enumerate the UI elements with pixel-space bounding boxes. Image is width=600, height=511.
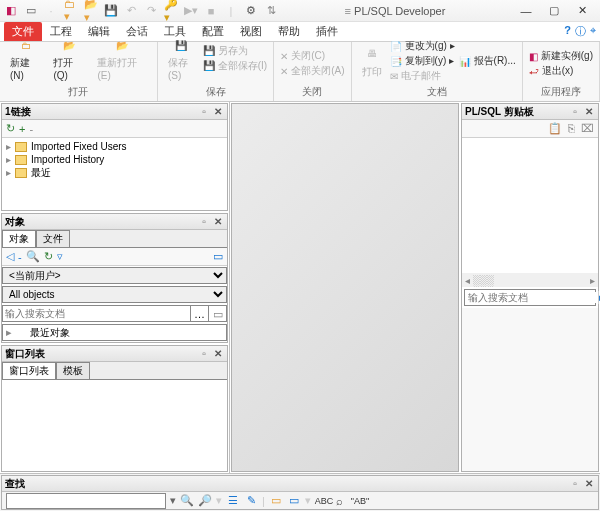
disk-icon: 💾 <box>171 35 191 55</box>
group-label-app: 应用程序 <box>523 85 599 101</box>
new-button[interactable]: 🗀新建(N) <box>6 33 45 83</box>
find-combo[interactable] <box>6 493 166 509</box>
copy-icon[interactable]: 📋 <box>548 122 562 135</box>
case-icon[interactable]: ▭ <box>269 494 283 507</box>
reopen-button[interactable]: 📂重新打开(E) <box>93 33 150 83</box>
dropdown-icon[interactable]: ⇅ <box>264 4 278 18</box>
objects-tabs: 对象 文件 <box>2 230 227 248</box>
copyto-button[interactable]: 📑复制到(y) ▸ <box>390 54 455 68</box>
clip-search-input[interactable] <box>465 292 598 303</box>
sep2: | <box>224 4 238 18</box>
panel-dock-icon[interactable]: ▫ <box>198 106 210 117</box>
find-icon[interactable]: ⌖ <box>590 24 596 39</box>
tab-files[interactable]: 文件 <box>36 230 70 247</box>
find-all-icon[interactable]: ☰ <box>226 494 240 507</box>
exit-button[interactable]: ⮐退出(x) <box>529 64 593 78</box>
close-doc-button[interactable]: ✕关闭(C) <box>280 49 344 63</box>
recent-objects-label: 最近对象 <box>30 326 70 340</box>
find-panel: 查找 ▫ ✕ ▾ 🔍 🔍 ▾ ☰ ✎ | ▭ ▭ ▾ ABC ⌕ "AB" <box>1 475 599 510</box>
group-label-close: 关闭 <box>274 85 350 101</box>
panel-dock-icon[interactable]: ▫ <box>198 348 210 359</box>
help-icon[interactable]: ? <box>564 24 571 39</box>
replace-icon[interactable]: ✎ <box>244 494 258 507</box>
obj-search-input[interactable] <box>2 305 191 322</box>
group-label-save: 保存 <box>158 85 273 101</box>
tab-template[interactable]: 模板 <box>56 362 90 379</box>
mdi-workspace <box>231 103 459 472</box>
tab-objects[interactable]: 对象 <box>2 230 36 247</box>
paste-icon[interactable]: ⎘ <box>568 122 575 135</box>
panel-close-icon[interactable]: ✕ <box>212 216 224 227</box>
tree-item[interactable]: ▸最近 <box>4 166 225 179</box>
panel-dock-icon[interactable]: ▫ <box>569 478 581 489</box>
expand-icon[interactable]: ◁ <box>6 250 14 263</box>
tree-item[interactable]: ▸Imported Fixed Users <box>4 140 225 153</box>
save-icon[interactable]: 💾 <box>104 4 118 18</box>
mail-icon: ✉ <box>390 71 398 82</box>
tab-windowlist[interactable]: 窗口列表 <box>2 362 56 379</box>
panel-close-icon[interactable]: ✕ <box>212 106 224 117</box>
panel-dock-icon[interactable]: ▫ <box>569 106 581 117</box>
allobjects-select[interactable]: All objects <box>2 286 227 303</box>
changeto-button[interactable]: 📄更改为(g) ▸ <box>390 39 455 53</box>
user-select[interactable]: <当前用户> <box>2 267 227 284</box>
ribbon-group-close: ✕关闭(C) ✕全部关闭(A) 关闭 <box>274 42 351 101</box>
save-button[interactable]: 💾保存(S) <box>164 33 199 83</box>
saveall-button[interactable]: 💾全部保存(I) <box>203 59 267 73</box>
find-toolbar: ▾ 🔍 🔍 ▾ ☰ ✎ | ▭ ▭ ▾ ABC ⌕ "AB" <box>2 492 598 509</box>
info-icon[interactable]: ⓘ <box>575 24 586 39</box>
refresh-icon[interactable]: ↻ <box>44 250 53 263</box>
panel-close-icon[interactable]: ✕ <box>583 106 595 117</box>
dropdown-icon[interactable]: ▭ <box>213 250 223 263</box>
menu-help[interactable]: 帮助 <box>270 22 308 41</box>
minimize-button[interactable]: — <box>512 1 540 21</box>
open-button[interactable]: 📂打开(Q) <box>49 33 89 83</box>
new-window-icon[interactable]: ▭ <box>24 4 38 18</box>
folder-open-icon[interactable]: 📂▾ <box>84 4 98 18</box>
folder-icon: 🗀 <box>16 35 36 55</box>
word-icon[interactable]: ▭ <box>287 494 301 507</box>
bottom-area: 查找 ▫ ✕ ▾ 🔍 🔍 ▾ ☰ ✎ | ▭ ▭ ▾ ABC ⌕ "AB" <box>0 473 600 511</box>
folder-new-icon[interactable]: 🗀▾ <box>64 4 78 18</box>
find-next-icon[interactable]: 🔍 <box>180 494 194 507</box>
email-button[interactable]: ✉电子邮件 <box>390 69 455 83</box>
tree-item[interactable]: ▸Imported History <box>4 153 225 166</box>
del-conn-icon[interactable]: - <box>29 123 33 135</box>
collapse-icon[interactable]: - <box>18 251 22 263</box>
ab-icon[interactable]: "AB" <box>351 496 365 506</box>
print-button[interactable]: 🖶打印 <box>358 42 386 81</box>
saveas-button[interactable]: 💾另存为 <box>203 44 267 58</box>
disk-icon: 💾 <box>203 45 215 56</box>
panel-close-icon[interactable]: ✕ <box>212 348 224 359</box>
find-icon[interactable]: 🔍 <box>26 250 40 263</box>
ribbon-group-save: 💾保存(S) 💾另存为 💾全部保存(I) 保存 <box>158 42 274 101</box>
run-icon[interactable]: ▶▾ <box>184 4 198 18</box>
close-button[interactable]: ✕ <box>568 1 596 21</box>
key-icon[interactable]: 🔑▾ <box>164 4 178 18</box>
windowlist-panel: 窗口列表 ▫ ✕ 窗口列表 模板 <box>1 345 228 472</box>
stop-icon[interactable]: ■ <box>204 4 218 18</box>
add-conn-icon[interactable]: + <box>19 123 25 135</box>
filter-icon[interactable]: ▿ <box>57 250 63 263</box>
panel-close-icon[interactable]: ✕ <box>583 478 595 489</box>
maximize-button[interactable]: ▢ <box>540 1 568 21</box>
find-prev-icon[interactable]: 🔍 <box>198 494 212 507</box>
closeall-button[interactable]: ✕全部关闭(A) <box>280 64 344 78</box>
window-buttons: — ▢ ✕ <box>512 1 596 21</box>
redo-icon[interactable]: ↷ <box>144 4 158 18</box>
undo-icon[interactable]: ↶ <box>124 4 138 18</box>
clear-icon[interactable]: ⌧ <box>581 122 594 135</box>
regex-icon[interactable]: ⌕ <box>333 495 347 507</box>
refresh-icon[interactable]: ↻ <box>6 122 15 135</box>
report-button[interactable]: 📊报告(R)... <box>459 54 516 68</box>
newinstance-button[interactable]: ◧新建实例(g) <box>529 49 593 63</box>
newinst-icon: ◧ <box>529 51 538 62</box>
clip-body <box>462 138 598 273</box>
scroll-hint[interactable]: ◂ ░░░ ▸ <box>462 273 598 287</box>
menu-plugins[interactable]: 插件 <box>308 22 346 41</box>
window-title: ≡ PL/SQL Developer <box>278 5 512 17</box>
abc-icon[interactable]: ABC <box>315 496 329 506</box>
folder-icon <box>15 142 27 152</box>
settings-icon[interactable]: ⚙ <box>244 4 258 18</box>
panel-dock-icon[interactable]: ▫ <box>198 216 210 227</box>
